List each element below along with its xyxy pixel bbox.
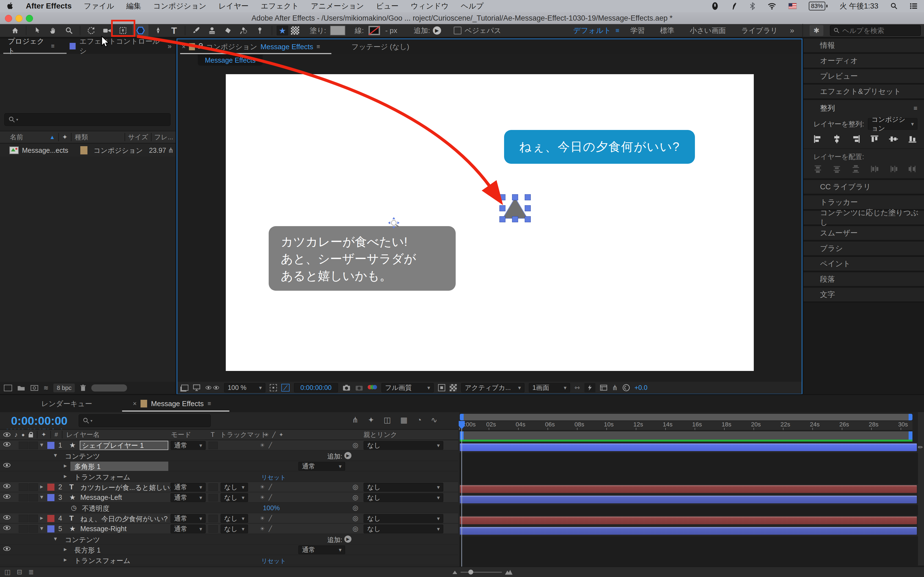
hand-tool-icon[interactable]: [45, 24, 61, 37]
panel-character[interactable]: 文字: [804, 288, 924, 303]
tab-timeline-comp[interactable]: Message Effects: [151, 400, 204, 408]
menu-item-effect[interactable]: エフェクト: [261, 1, 299, 11]
draft-3d-icon[interactable]: ✦: [368, 416, 374, 424]
home-icon[interactable]: [7, 24, 23, 37]
selection-handle[interactable]: [512, 216, 518, 222]
property-name[interactable]: 不透明度: [82, 504, 110, 513]
align-vertical-center-icon[interactable]: [887, 134, 900, 144]
interpret-footage-icon[interactable]: [4, 385, 12, 391]
layer-label-color[interactable]: [47, 525, 55, 532]
layer-switches[interactable]: ☀╱: [260, 442, 276, 448]
panel-paint[interactable]: ペイント: [804, 257, 924, 272]
matte-cell[interactable]: [208, 442, 218, 449]
layer-row-1[interactable]: ▾ 1 ★ シェイプレイヤー 1 通常▾ ☀╱ ◎ なし▾: [0, 440, 458, 451]
tab-effect-controls[interactable]: エフェクトコントロール シ: [79, 37, 160, 56]
eraser-tool-icon[interactable]: [220, 24, 236, 37]
selection-tool-icon[interactable]: [29, 24, 45, 37]
eye-icon[interactable]: [3, 546, 10, 551]
panel-audio[interactable]: オーディオ: [804, 54, 924, 69]
composition-canvas[interactable]: ねぇ、今日の夕食何がいい? カツカレーが食べたい! あと、シーザーサラダが ある…: [226, 74, 754, 371]
track-matte-dropdown[interactable]: なし▾: [221, 514, 248, 523]
stopwatch-icon[interactable]: ◷: [71, 504, 77, 512]
panel-cc-libraries[interactable]: CC ライブラリ: [804, 180, 924, 195]
menu-item-window[interactable]: ウィンドウ: [411, 1, 449, 11]
col-fps[interactable]: フレ...: [154, 133, 173, 142]
shape-layer-polygon[interactable]: [499, 194, 531, 222]
bezier-path-checkbox[interactable]: [454, 27, 462, 34]
bezier-path-label[interactable]: ベジェパス: [465, 26, 501, 35]
current-time-indicator-line[interactable]: [462, 421, 462, 568]
project-item-type[interactable]: コンポジション: [94, 146, 143, 155]
panel-overflow-icon[interactable]: »: [168, 42, 171, 50]
layer-name[interactable]: Message-Right: [80, 525, 126, 533]
layer-switches[interactable]: ☀╱: [260, 515, 276, 522]
sync-settings-gear-icon[interactable]: ✱: [809, 25, 823, 36]
matte-cell[interactable]: [208, 525, 218, 533]
share-view-icon[interactable]: ⇿: [575, 384, 580, 392]
blend-mode-dropdown[interactable]: 通常▾: [171, 524, 206, 533]
distribute-horizontal-center-icon[interactable]: [887, 164, 900, 174]
add-property-label[interactable]: 追加:: [327, 452, 342, 461]
tab-render-queue[interactable]: レンダーキュー: [41, 399, 92, 409]
timeline-search-box[interactable]: ▾: [79, 414, 211, 427]
layer-switches[interactable]: ☀╱: [260, 525, 276, 532]
col-parent[interactable]: 親とリンク: [363, 430, 397, 439]
group-row-contents-2[interactable]: ▾ コンテンツ 追加: ▶: [0, 534, 458, 545]
window-minimize-button[interactable]: [15, 15, 23, 22]
project-item-name[interactable]: Message...ects: [22, 147, 68, 155]
selection-handle[interactable]: [499, 205, 506, 211]
parent-dropdown[interactable]: なし▾: [363, 441, 443, 450]
apple-logo-icon[interactable]: [6, 2, 14, 10]
expander-icon[interactable]: ▸: [64, 556, 67, 563]
parent-dropdown[interactable]: なし▾: [363, 483, 443, 492]
parent-pickwhip-icon[interactable]: ◎: [352, 514, 358, 522]
blend-mode-dropdown[interactable]: 通常▾: [171, 493, 206, 502]
always-preview-icon[interactable]: [181, 385, 188, 391]
reset-link[interactable]: リセット: [261, 557, 286, 565]
menu-item-edit[interactable]: 編集: [126, 1, 141, 11]
region-of-interest-icon[interactable]: [438, 384, 445, 391]
col-mode[interactable]: モード: [171, 430, 191, 439]
align-right-icon[interactable]: [850, 134, 862, 144]
layer-switches[interactable]: ☀╱: [260, 484, 276, 490]
track-matte-dropdown[interactable]: なし▾: [221, 493, 248, 502]
lock-open-icon[interactable]: [198, 45, 203, 48]
project-tab-menu-icon[interactable]: ≡: [51, 43, 55, 50]
sort-ascending-icon[interactable]: ▲: [50, 134, 55, 140]
project-item-row[interactable]: Message...ects コンポジション 23.97 ⋔: [0, 144, 176, 156]
rotate-tool-icon[interactable]: [83, 24, 99, 37]
channel-rgb-icon[interactable]: [368, 384, 377, 392]
solo-cell[interactable]: [29, 442, 38, 449]
parent-dropdown[interactable]: なし▾: [363, 524, 443, 533]
layer-label-color[interactable]: [47, 515, 55, 522]
col-name[interactable]: 名前: [10, 133, 23, 142]
track-matte-dropdown[interactable]: なし▾: [221, 483, 248, 492]
parent-pickwhip-icon[interactable]: ◎: [352, 504, 358, 512]
parent-pickwhip-icon[interactable]: ◎: [352, 483, 358, 491]
align-bottom-icon[interactable]: [906, 134, 919, 144]
expander-icon[interactable]: ▸: [40, 483, 43, 490]
layer-bar-text-right[interactable]: [460, 517, 917, 524]
zoom-out-mountain-icon[interactable]: [452, 569, 458, 575]
zoom-in-mountain-icon[interactable]: [505, 569, 513, 575]
panel-info[interactable]: 情報: [804, 39, 924, 54]
distribute-bottom-icon[interactable]: [850, 164, 862, 174]
audio-cell[interactable]: [19, 515, 28, 522]
usage-branch-icon[interactable]: ⋔: [168, 146, 174, 155]
snapshot-camera-icon[interactable]: [342, 384, 351, 391]
resolution-dropdown[interactable]: フル画質▾: [381, 383, 434, 392]
hide-shy-layers-icon[interactable]: ◫: [384, 416, 391, 424]
brush-tool-icon[interactable]: [188, 24, 204, 37]
layer-row-3[interactable]: ▾ 3 ★ Message-Left 通常▾ なし▾ ☀╱ ◎ なし▾: [0, 492, 458, 503]
property-row-opacity[interactable]: ◷ 不透明度 100% ◎: [0, 503, 458, 513]
comp-time-display[interactable]: 0:00:00:00: [294, 383, 338, 392]
timeline-button-icon[interactable]: [600, 384, 607, 391]
reset-link[interactable]: リセット: [261, 474, 286, 482]
magnification-dropdown[interactable]: 100 %▾: [224, 383, 265, 392]
layer-bar-message-left[interactable]: [460, 496, 917, 503]
battery-indicator[interactable]: 83%: [809, 2, 827, 10]
layer-bar-shape-layer-1[interactable]: [460, 443, 917, 451]
expander-icon[interactable]: ▾: [40, 525, 43, 532]
expander-icon[interactable]: ▸: [64, 462, 67, 469]
status-record-icon[interactable]: [711, 2, 719, 10]
